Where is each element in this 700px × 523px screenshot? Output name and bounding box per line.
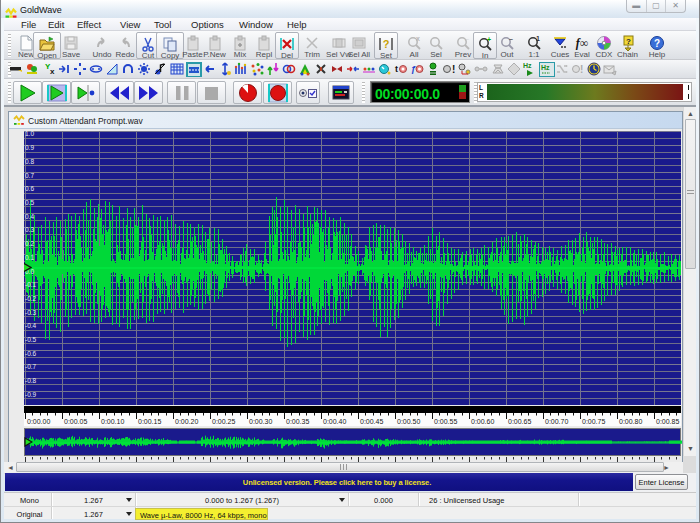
- svg-text:x: x: [416, 35, 420, 42]
- svg-text:x: x: [50, 67, 55, 76]
- svg-text:+: +: [487, 36, 491, 43]
- svg-text:f∞: f∞: [576, 36, 589, 50]
- svg-text:t: t: [395, 64, 398, 74]
- svg-text:!: !: [452, 64, 455, 75]
- svg-text:?: ?: [626, 37, 631, 46]
- svg-text:Hz: Hz: [523, 62, 532, 69]
- svg-text:–: –: [509, 35, 513, 42]
- svg-text:!: !: [580, 64, 583, 75]
- svg-text:1: 1: [536, 35, 540, 42]
- svg-text:?: ?: [383, 38, 390, 50]
- svg-text:ƒ: ƒ: [411, 64, 416, 74]
- svg-text:?: ?: [654, 38, 660, 49]
- svg-text:Hz: Hz: [541, 64, 550, 71]
- svg-text:←: ←: [464, 35, 471, 42]
